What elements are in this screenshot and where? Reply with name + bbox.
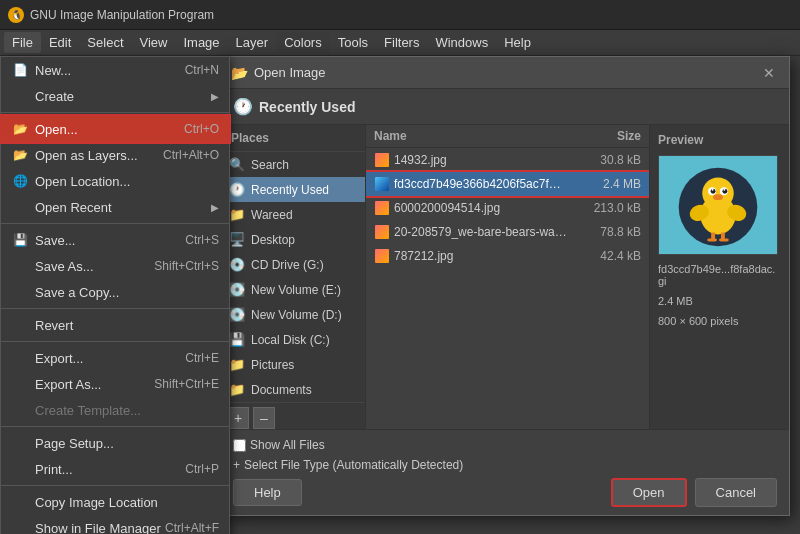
file-icon-787212 bbox=[374, 248, 390, 264]
file-item-14932[interactable]: 14932.jpg 30.8 kB bbox=[366, 148, 649, 172]
dialog-body: Places 🔍 Search 🕐 Recently Used 📁 Wareed… bbox=[221, 125, 789, 429]
menu-item-copy-location-label: Copy Image Location bbox=[35, 495, 219, 510]
menu-item-export[interactable]: Export... Ctrl+E bbox=[1, 345, 229, 371]
file-name-20-208579: 20-208579_we-bare-bears-wallpaper-fre... bbox=[394, 225, 567, 239]
cd-drive-icon: 💿 bbox=[229, 257, 245, 272]
places-item-search[interactable]: 🔍 Search bbox=[221, 152, 365, 177]
places-item-recently-used[interactable]: 🕐 Recently Used bbox=[221, 177, 365, 202]
menu-tools[interactable]: Tools bbox=[330, 32, 376, 53]
menu-item-revert-label: Revert bbox=[35, 318, 219, 333]
svg-point-3 bbox=[702, 177, 733, 208]
menu-item-revert[interactable]: Revert bbox=[1, 312, 229, 338]
menu-item-create-template[interactable]: Create Template... bbox=[1, 397, 229, 423]
menu-item-open[interactable]: 📂 Open... Ctrl+O bbox=[1, 116, 229, 142]
menu-item-save[interactable]: 💾 Save... Ctrl+S bbox=[1, 227, 229, 253]
dialog-close-button[interactable]: ✕ bbox=[759, 63, 779, 83]
places-item-local-disk[interactable]: 💾 Local Disk (C:) bbox=[221, 327, 365, 352]
select-file-type-label: Select File Type (Automatically Detected… bbox=[244, 458, 463, 472]
places-add-button[interactable]: + bbox=[227, 407, 249, 429]
create-arrow-icon: ▶ bbox=[211, 91, 219, 102]
preview-dimensions: 800 × 600 pixels bbox=[658, 315, 781, 327]
preview-image-container bbox=[658, 155, 778, 255]
places-item-pictures[interactable]: 📁 Pictures bbox=[221, 352, 365, 377]
menu-item-page-setup-label: Page Setup... bbox=[35, 436, 219, 451]
menu-item-print[interactable]: Print... Ctrl+P bbox=[1, 456, 229, 482]
menu-windows[interactable]: Windows bbox=[427, 32, 496, 53]
file-size-20-208579: 78.8 kB bbox=[571, 225, 641, 239]
open-image-dialog: 📂 Open Image ✕ 🕐 Recently Used Places 🔍 … bbox=[220, 56, 790, 516]
help-button[interactable]: Help bbox=[233, 479, 302, 506]
menu-item-save-as[interactable]: Save As... Shift+Ctrl+S bbox=[1, 253, 229, 279]
menu-item-page-setup[interactable]: Page Setup... bbox=[1, 430, 229, 456]
menu-filters[interactable]: Filters bbox=[376, 32, 427, 53]
open-layers-icon: 📂 bbox=[11, 148, 29, 162]
places-item-local-disk-label: Local Disk (C:) bbox=[251, 333, 330, 347]
svg-point-10 bbox=[713, 194, 723, 200]
file-item-fd3ccd[interactable]: fd3ccd7b49e366b4206f5ac7f8fa8dac.gif 2.4… bbox=[366, 172, 649, 196]
menu-item-open-recent-label: Open Recent bbox=[35, 200, 207, 215]
menu-edit[interactable]: Edit bbox=[41, 32, 79, 53]
menu-layer[interactable]: Layer bbox=[228, 32, 277, 53]
menu-item-open-location-label: Open Location... bbox=[35, 174, 219, 189]
places-item-documents[interactable]: 📁 Documents bbox=[221, 377, 365, 402]
menu-file[interactable]: File bbox=[4, 32, 41, 53]
places-panel: Places 🔍 Search 🕐 Recently Used 📁 Wareed… bbox=[221, 125, 366, 429]
places-remove-button[interactable]: – bbox=[253, 407, 275, 429]
menu-image[interactable]: Image bbox=[175, 32, 227, 53]
menu-item-export-as[interactable]: Export As... Shift+Ctrl+E bbox=[1, 371, 229, 397]
footer-options: Show All Files bbox=[233, 438, 777, 452]
menu-item-copy-location[interactable]: Copy Image Location bbox=[1, 489, 229, 515]
dialog-footer: Show All Files + Select File Type (Autom… bbox=[221, 429, 789, 515]
places-item-volume-d-label: New Volume (D:) bbox=[251, 308, 342, 322]
file-item-20-208579[interactable]: 20-208579_we-bare-bears-wallpaper-fre...… bbox=[366, 220, 649, 244]
show-all-files-checkbox[interactable] bbox=[233, 439, 246, 452]
menu-help[interactable]: Help bbox=[496, 32, 539, 53]
menu-colors[interactable]: Colors bbox=[276, 32, 330, 53]
places-item-cd-drive[interactable]: 💿 CD Drive (G:) bbox=[221, 252, 365, 277]
cancel-button[interactable]: Cancel bbox=[695, 478, 777, 507]
places-item-search-label: Search bbox=[251, 158, 289, 172]
file-name-787212: 787212.jpg bbox=[394, 249, 567, 263]
file-size-14932: 30.8 kB bbox=[571, 153, 641, 167]
show-all-files-option[interactable]: Show All Files bbox=[233, 438, 325, 452]
menu-item-open-layers-shortcut: Ctrl+Alt+O bbox=[163, 148, 219, 162]
file-item-787212[interactable]: 787212.jpg 42.4 kB bbox=[366, 244, 649, 268]
places-item-desktop[interactable]: 🖥️ Desktop bbox=[221, 227, 365, 252]
menu-item-show-file-manager[interactable]: Show in File Manager Ctrl+Alt+F bbox=[1, 515, 229, 534]
menu-item-open-recent[interactable]: Open Recent ▶ bbox=[1, 194, 229, 220]
menu-item-save-copy[interactable]: Save a Copy... bbox=[1, 279, 229, 305]
menu-item-show-file-manager-label: Show in File Manager bbox=[35, 521, 165, 535]
dialog-title-text: Open Image bbox=[254, 65, 326, 80]
menu-item-open-shortcut: Ctrl+O bbox=[184, 122, 219, 136]
places-item-wareed-label: Wareed bbox=[251, 208, 293, 222]
menu-item-open-layers[interactable]: 📂 Open as Layers... Ctrl+Alt+O bbox=[1, 142, 229, 168]
files-header: Name Size bbox=[366, 125, 649, 148]
select-file-type-option[interactable]: + Select File Type (Automatically Detect… bbox=[233, 458, 463, 472]
local-disk-icon: 💾 bbox=[229, 332, 245, 347]
file-size-787212: 42.4 kB bbox=[571, 249, 641, 263]
title-bar-text: GNU Image Manipulation Program bbox=[30, 8, 214, 22]
menu-item-open-location[interactable]: 🌐 Open Location... bbox=[1, 168, 229, 194]
dialog-title-icon: 📂 bbox=[231, 65, 248, 81]
documents-folder-icon: 📁 bbox=[229, 382, 245, 397]
places-item-volume-e[interactable]: 💽 New Volume (E:) bbox=[221, 277, 365, 302]
file-item-6000200[interactable]: 6000200094514.jpg 213.0 kB bbox=[366, 196, 649, 220]
preview-filename: fd3ccd7b49e...f8fa8dac.gi bbox=[658, 263, 781, 287]
places-header: Places bbox=[221, 125, 365, 152]
places-item-wareed[interactable]: 📁 Wareed bbox=[221, 202, 365, 227]
places-item-volume-d[interactable]: 💽 New Volume (D:) bbox=[221, 302, 365, 327]
dialog-title-content: 📂 Open Image bbox=[231, 65, 326, 81]
menu-item-new-shortcut: Ctrl+N bbox=[185, 63, 219, 77]
preview-panel: Preview bbox=[649, 125, 789, 429]
menu-item-create[interactable]: Create ▶ bbox=[1, 83, 229, 109]
svg-point-6 bbox=[712, 189, 714, 191]
recently-used-icon: 🕐 bbox=[233, 97, 253, 116]
menu-view[interactable]: View bbox=[132, 32, 176, 53]
file-name-14932: 14932.jpg bbox=[394, 153, 567, 167]
open-button[interactable]: Open bbox=[611, 478, 687, 507]
recently-used-header: 🕐 Recently Used bbox=[221, 89, 789, 125]
menu-select[interactable]: Select bbox=[79, 32, 131, 53]
app-icon: 🐧 bbox=[8, 7, 24, 23]
menu-item-print-label: Print... bbox=[35, 462, 185, 477]
menu-item-new[interactable]: 📄 New... Ctrl+N bbox=[1, 57, 229, 83]
